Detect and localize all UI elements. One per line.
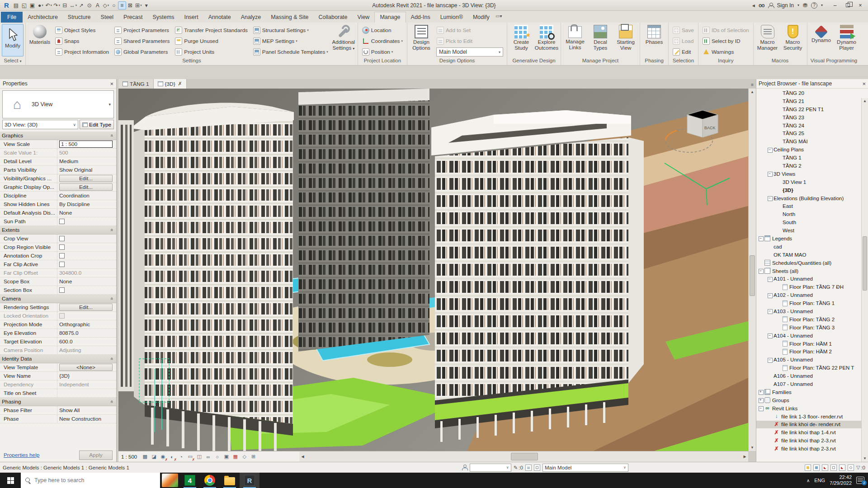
scroll-right-icon[interactable]: ▶: [741, 455, 748, 459]
ribbon-big-button[interactable]: DynamoPlayer: [835, 24, 859, 52]
select-underlay-toggle-icon[interactable]: [813, 465, 820, 471]
ribbon-small-item[interactable]: Snaps▾: [53, 36, 111, 47]
ribbon-small-item[interactable]: Project Information▾: [53, 47, 111, 57]
tree-expander-icon[interactable]: [767, 244, 774, 249]
tree-expander-icon[interactable]: [758, 405, 764, 411]
tree-row[interactable]: TẦNG 20: [756, 89, 868, 97]
tree-row[interactable]: TẦNG MÁI: [756, 137, 868, 145]
ribbon-tab[interactable]: Architecture: [23, 12, 63, 23]
ribbon-tab[interactable]: Insert: [179, 12, 203, 23]
worksharing-users-icon[interactable]: [462, 465, 467, 470]
search-input[interactable]: [34, 477, 138, 483]
tree-row[interactable]: file link khoi thap 2-3.rvt: [756, 445, 868, 453]
property-row[interactable]: Crop View: [0, 235, 116, 243]
app-chrome[interactable]: [200, 473, 220, 488]
panel-label-select[interactable]: Select▾: [0, 57, 25, 65]
tree-expander-icon[interactable]: [776, 155, 783, 161]
tree-row[interactable]: TẦNG 1: [756, 154, 868, 162]
property-row[interactable]: Title on Sheet: [0, 389, 116, 398]
tree-row[interactable]: TẦNG 25: [756, 129, 868, 137]
select-links-toggle-icon[interactable]: [805, 465, 811, 471]
property-row[interactable]: Dependency Independent Independent Indep…: [0, 380, 116, 389]
start-button[interactable]: [0, 473, 21, 488]
tree-row[interactable]: Revit Links: [756, 404, 868, 413]
property-row[interactable]: Scale Value 1: 500 500 500: [0, 149, 116, 157]
ribbon-tab[interactable]: File: [1, 12, 23, 23]
close-icon[interactable]: ×: [110, 80, 113, 87]
worksets-dialog-icon[interactable]: [525, 465, 532, 471]
view-control-icon[interactable]: ◔: [177, 453, 185, 460]
tree-expander-icon[interactable]: [776, 316, 783, 322]
view-tab-list-icon[interactable]: ≡: [749, 82, 756, 89]
view-tab[interactable]: TẦNG 1 ✗: [118, 79, 154, 89]
tree-row[interactable]: cad: [756, 243, 868, 251]
scale-button[interactable]: 1 : 500: [121, 454, 137, 460]
tree-expander-icon[interactable]: [776, 114, 783, 120]
design-options-button[interactable]: DesignOptions: [409, 24, 434, 52]
type-selector[interactable]: ⌂ 3D View ▾: [2, 90, 114, 118]
property-row[interactable]: Crop Region Visible: [0, 243, 116, 252]
tree-expander-icon[interactable]: [776, 341, 783, 347]
tree-expander-icon[interactable]: [767, 357, 774, 363]
view-control-icon[interactable]: ◇: [241, 453, 248, 460]
property-row[interactable]: Phase Filter Show All Show All Show All: [0, 406, 116, 415]
close-icon[interactable]: ✗: [178, 81, 182, 87]
help-caret-icon[interactable]: ▾: [821, 3, 823, 7]
sign-in-button[interactable]: Sign In: [777, 2, 794, 9]
tree-expander-icon[interactable]: [776, 300, 783, 306]
tree-expander-icon[interactable]: [767, 438, 774, 444]
qat-button[interactable]: ▤: [12, 1, 20, 9]
property-row[interactable]: Graphics: [0, 131, 116, 140]
ribbon-small-item[interactable]: Save: [670, 25, 696, 36]
property-row[interactable]: Graphic Display Op... Edit... Edit... Ed…: [0, 183, 116, 192]
tree-row[interactable]: 3D View 1: [756, 178, 868, 186]
view-instance-combo[interactable]: 3D View: {3D}∨: [2, 120, 78, 129]
property-row[interactable]: Locked Orientation: [0, 312, 116, 320]
ribbon-small-item[interactable]: Coordinates▾: [360, 36, 405, 47]
view-control-icon[interactable]: ⊞: [250, 453, 257, 460]
notification-center-icon[interactable]: 2: [856, 477, 864, 484]
property-row[interactable]: Far Clip Active: [0, 260, 116, 269]
tree-row[interactable]: file link 1-3 floor- render.rvt: [756, 413, 868, 421]
tree-row[interactable]: A101 - Unnamed: [756, 275, 868, 283]
ribbon-tab[interactable]: Modify: [468, 12, 495, 23]
tree-expander-icon[interactable]: [776, 365, 783, 371]
tree-row[interactable]: TẦNG 21: [756, 97, 868, 105]
edit-type-button[interactable]: Edit Type: [80, 120, 114, 129]
filter-button[interactable]: ▽:0: [856, 465, 865, 470]
app-revit[interactable]: R: [240, 473, 259, 488]
qat-button[interactable]: ▣: [28, 1, 37, 9]
tree-expander-icon[interactable]: [767, 373, 774, 379]
search-toggle-icon[interactable]: ◂: [752, 2, 755, 9]
ribbon-tab[interactable]: View: [353, 12, 375, 23]
close-icon[interactable]: ×: [862, 80, 866, 87]
apply-button[interactable]: Apply: [79, 450, 113, 460]
ribbon-small-item[interactable]: Shared Parameters▾: [112, 36, 172, 47]
minimize-button[interactable]: –: [829, 1, 841, 9]
ribbon-small-item[interactable]: Transfer Project Standards▾: [173, 25, 250, 36]
tree-expander-icon[interactable]: [767, 195, 774, 201]
ribbon-tab[interactable]: Systems: [147, 12, 179, 23]
ribbon-big-button[interactable]: Dynamo: [809, 24, 834, 44]
tree-expander-icon[interactable]: [758, 389, 764, 395]
phases-button[interactable]: Phases: [642, 24, 666, 46]
ribbon-big-button[interactable]: MacroSecurity: [781, 24, 805, 52]
view-control-icon[interactable]: ◐: [168, 453, 176, 460]
qat-button[interactable]: ●▾: [37, 1, 45, 9]
restore-button[interactable]: [842, 1, 854, 9]
selection-settings-icon[interactable]: [848, 465, 854, 471]
tree-row[interactable]: Floor Plan: HẦM 1: [756, 340, 868, 348]
tree-row[interactable]: TẦNG 22 PEN T1: [756, 105, 868, 113]
ribbon-small-item[interactable]: Load: [670, 36, 696, 47]
select-pinned-toggle-icon[interactable]: [822, 465, 828, 471]
scroll-down-icon[interactable]: ▼: [749, 444, 756, 451]
property-row[interactable]: Discipline Coordination Coordination Coo…: [0, 192, 116, 200]
qat-button[interactable]: ↷▾: [53, 1, 61, 9]
view-control-icon[interactable]: ▩: [141, 453, 149, 460]
view-control-icon[interactable]: ◪: [150, 453, 158, 460]
ribbon-tab[interactable]: Manage: [374, 12, 406, 23]
tree-row[interactable]: Families: [756, 388, 868, 396]
scroll-down-icon[interactable]: ▼: [862, 455, 868, 462]
design-options-status-combo[interactable]: Main Model∨: [542, 464, 628, 472]
ribbon-tab[interactable]: Precast: [118, 12, 147, 23]
